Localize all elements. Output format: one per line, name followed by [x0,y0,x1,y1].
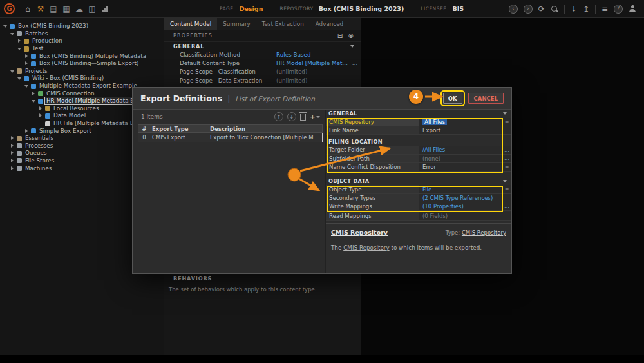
chart-icon[interactable] [99,6,111,12]
collapse-icon[interactable] [10,68,15,74]
expand-icon[interactable] [24,128,30,134]
download-icon[interactable]: ↧ [571,5,577,14]
forward-icon[interactable]: › [524,5,533,14]
modal-property-value[interactable]: All Files [419,118,502,126]
modal-property-value[interactable]: Export [419,126,502,134]
modal-property-row[interactable]: Write Mappings(10 Properties)… [326,202,511,211]
tree-item[interactable]: Batches [0,30,164,38]
refresh-icon[interactable]: ⟳ [538,5,545,14]
move-up-button[interactable]: ↑ [274,112,283,121]
tree-item[interactable]: Production [0,37,164,45]
modal-property-row[interactable]: Target Folder/All Files… [326,146,511,154]
general-section-header[interactable]: GENERAL [164,41,361,50]
expand-icon[interactable] [38,106,44,112]
modal-property-value[interactable]: Error [419,163,502,171]
upload-icon[interactable]: ↥ [583,5,589,14]
tab-content-model[interactable]: Content Model [164,18,217,30]
modal-property-value[interactable]: (none) [419,155,502,162]
page-value[interactable]: Design [240,5,263,12]
expand-icon[interactable] [10,158,15,164]
collapse-icon[interactable] [24,83,30,89]
expand-icon[interactable] [10,150,15,156]
cloud-icon[interactable]: ☁ [73,5,86,14]
modal-property-value[interactable]: (10 Properties) [419,202,502,210]
menu-icon[interactable]: ≡ [502,163,511,171]
group-header[interactable]: OBJECT DATA [326,177,511,186]
expand-icon[interactable] [10,143,15,149]
property-row[interactable]: Page Scope - Data Extraction(unlimited) [164,76,361,84]
expand-icon[interactable] [24,54,30,59]
tab-test-extraction[interactable]: Test Extraction [256,18,310,30]
ellipsis-button[interactable]: … [502,202,511,210]
modal-property-row[interactable]: Secondary Types(2 CMIS Type References)… [326,194,511,202]
property-row[interactable]: Page Scope - Classification(unlimited) [164,68,361,76]
modal-property-row[interactable]: CMIS RepositoryAll Files≡ [326,118,511,126]
modal-property-value[interactable]: File [419,185,502,193]
property-value[interactable]: (unlimited) [276,68,349,75]
table-row[interactable]: 0CMIS ExportExport to 'Box Connection [M… [138,133,323,142]
ellipsis-button[interactable]: … [349,60,361,66]
tree-item[interactable]: Box (CMIS Binding) Multiple Metadata [0,52,164,60]
collapse-icon[interactable] [17,75,23,81]
modal-property-row[interactable]: Read Mappings(0 Fields) [326,212,511,221]
help-type-link[interactable]: CMIS Repository [462,230,506,236]
tree-item[interactable]: Projects [0,68,164,75]
help-title[interactable]: CMIS Repository [331,229,388,236]
collapse-icon[interactable] [17,46,23,52]
ok-button[interactable]: OK [443,93,462,104]
tree-item[interactable]: Box (CMIS Binding—Simple Export) [0,60,164,68]
expand-icon[interactable] [10,166,15,172]
close-icon[interactable]: ⊗ [348,32,354,39]
property-value[interactable]: Rules-Based [276,52,349,58]
ellipsis-button[interactable]: … [502,194,511,202]
collapse-icon[interactable] [10,31,15,37]
expand-icon[interactable] [17,38,23,44]
add-button[interactable]: + [310,113,320,121]
modal-property-row[interactable]: Link NameExport [326,126,511,135]
property-row[interactable]: Default Content TypeHR Model [Multiple M… [164,59,361,67]
help-icon[interactable]: ? [614,5,623,14]
tree-item[interactable]: Wiki - Box (CMIS Binding) [0,75,164,83]
menu-icon[interactable]: ≡ [502,118,511,126]
group-header[interactable]: GENERAL [326,110,511,118]
tab-advanced[interactable]: Advanced [310,18,349,30]
ellipsis-button[interactable]: … [502,155,511,162]
collapse-icon[interactable] [3,23,8,29]
collapse-icon[interactable] [31,98,37,104]
behaviors-section-header[interactable]: BEHAVIORS [164,273,361,282]
archive-icon[interactable]: ▤ [47,5,60,14]
expand-icon[interactable] [31,91,37,97]
property-row[interactable]: Classification MethodRules-Based [164,50,361,59]
move-down-button[interactable]: ↓ [287,112,296,121]
cancel-button[interactable]: CANCEL [468,93,504,104]
tab-summary[interactable]: Summary [217,18,256,30]
help-description-link[interactable]: CMIS Repository [343,244,389,251]
group-header[interactable]: FILING LOCATION [326,138,511,146]
modal-property-value[interactable]: (2 CMIS Type References) [419,194,502,202]
property-value[interactable]: (unlimited) [276,77,349,84]
delete-button[interactable] [300,114,306,121]
property-value[interactable]: HR Model [Multiple Metadata Ex... [276,60,349,66]
modal-property-value[interactable]: (0 Fields) [419,212,502,220]
search-icon[interactable] [551,5,558,13]
expand-icon[interactable] [38,113,44,119]
menu-icon[interactable]: ≡ [502,185,511,193]
modal-property-row[interactable]: Subfolder Path(none)… [326,155,511,163]
modal-property-row[interactable]: Name Conflict DispositionError≡ [326,163,511,172]
repository-value[interactable]: Box (CMIS Binding 2023) [319,5,404,12]
panel-icon[interactable]: ⊟ [337,32,344,39]
panels-icon[interactable]: ◫ [86,5,99,14]
modal-property-value[interactable]: /All Files [419,146,502,153]
home-icon[interactable]: ⌂ [21,5,34,14]
app-logo[interactable]: G [4,3,15,14]
package-icon[interactable]: ▦ [60,5,73,14]
modal-property-row[interactable]: Object TypeFile≡ [326,185,511,193]
tree-item[interactable]: Box (CMIS Binding 2023) [0,23,164,30]
expand-icon[interactable] [24,61,30,66]
layers-icon[interactable]: ≡ [601,5,608,14]
tools-icon[interactable]: ⚒ [34,5,47,14]
expand-icon[interactable] [10,135,15,141]
user-account-icon[interactable] [629,5,636,13]
back-icon[interactable]: ‹ [509,5,518,14]
ellipsis-button[interactable]: … [502,146,511,153]
